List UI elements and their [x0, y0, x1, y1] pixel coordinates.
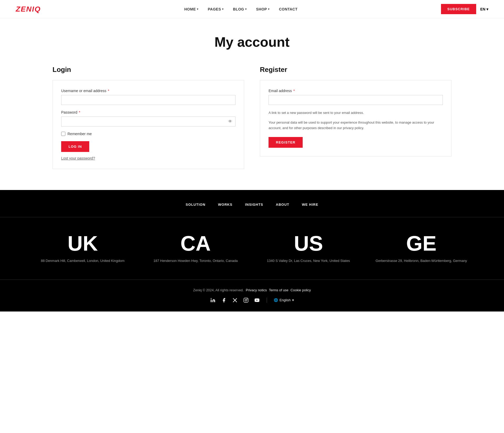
register-button[interactable]: REGISTER — [269, 137, 303, 148]
username-input[interactable] — [61, 95, 235, 105]
chevron-down-icon: ▾ — [245, 8, 247, 10]
nav-home[interactable]: HOME ▾ — [184, 7, 198, 11]
main-nav: HOME ▾ PAGES ▾ BLOG ▾ SHOP ▾ CONTACT — [184, 7, 298, 11]
register-info-text: A link to set a new password will be sen… — [269, 110, 443, 116]
site-footer: SOLUTION WORKS INSIGHTS ABOUT WE HIRE UK… — [0, 190, 504, 311]
location-ca: CA 187 Henderson Howden Hwy, Toronto, On… — [139, 233, 252, 264]
show-password-icon[interactable]: 👁 — [228, 119, 232, 124]
lost-password-link[interactable]: Lost your password? — [61, 156, 235, 160]
chevron-down-icon: ▾ — [268, 8, 270, 10]
linkedin-icon[interactable] — [210, 297, 216, 303]
nav-shop[interactable]: SHOP ▾ — [256, 7, 269, 11]
register-form-card: Email address * A link to set a new pass… — [260, 80, 452, 156]
account-grid: Login Username or email address * Passwo… — [52, 66, 452, 169]
nav-contact[interactable]: CONTACT — [279, 7, 298, 11]
footer-lang-label: English — [280, 298, 291, 302]
header-actions: SUBSCRIBE EN ▾ — [441, 4, 488, 14]
twitter-icon[interactable] — [232, 297, 238, 303]
footer-nav: SOLUTION WORKS INSIGHTS ABOUT WE HIRE — [0, 190, 504, 217]
site-header: ZENIQ HOME ▾ PAGES ▾ BLOG ▾ SHOP ▾ CONTA… — [0, 0, 504, 18]
svg-point-4 — [247, 299, 247, 299]
footer-social: 🌐 English ▾ — [16, 297, 488, 303]
location-us: US 1340 S Valley Dr, Las Cruces, New Yor… — [252, 233, 365, 264]
footer-locations: UK 88 Denmark Hill, Camberwell, London, … — [0, 217, 504, 280]
privacy-notice-link[interactable]: Privacy notics — [246, 288, 267, 292]
social-divider — [267, 298, 267, 303]
nav-pages[interactable]: PAGES ▾ — [208, 7, 224, 11]
register-title: Register — [260, 66, 452, 74]
location-address-uk: 88 Denmark Hill, Camberwell, London, Uni… — [26, 258, 139, 264]
location-ge: GE Gerberstrasse 29, Heilbronn, Baden-Wü… — [365, 233, 478, 264]
footer-nav-works[interactable]: WORKS — [218, 203, 233, 207]
footer-nav-we-hire[interactable]: WE HIRE — [302, 203, 318, 207]
email-label: Email address * — [269, 89, 443, 93]
chevron-down-icon: ▾ — [486, 7, 488, 11]
footer-nav-solution[interactable]: SOLUTION — [186, 203, 205, 207]
language-selector[interactable]: EN ▾ — [480, 7, 488, 11]
username-label: Username or email address * — [61, 89, 235, 93]
login-title: Login — [52, 66, 244, 74]
location-uk: UK 88 Denmark Hill, Camberwell, London, … — [26, 233, 139, 264]
email-group: Email address * — [269, 89, 443, 105]
svg-point-1 — [211, 298, 211, 299]
site-logo[interactable]: ZENIQ — [16, 5, 41, 13]
password-label: Password * — [61, 110, 235, 114]
location-address-ca: 187 Henderson Howden Hwy, Toronto, Ontar… — [139, 258, 252, 264]
remember-me-checkbox[interactable] — [61, 132, 65, 136]
login-section: Login Username or email address * Passwo… — [52, 66, 244, 169]
required-star: * — [79, 110, 80, 114]
location-code-ge: GE — [365, 233, 478, 254]
subscribe-button[interactable]: SUBSCRIBE — [441, 4, 476, 14]
facebook-icon[interactable] — [221, 297, 227, 303]
instagram-icon[interactable] — [243, 297, 249, 303]
svg-rect-0 — [211, 299, 211, 302]
location-address-ge: Gerberstrasse 29, Heilbronn, Baden-Württ… — [365, 258, 478, 264]
terms-of-use-link[interactable]: Terms of use — [269, 288, 288, 292]
required-star: * — [108, 89, 109, 93]
globe-icon: 🌐 — [274, 298, 278, 302]
footer-legal: Zeniq © 2024, All rights reserved. Priva… — [16, 288, 488, 292]
location-code-uk: UK — [26, 233, 139, 254]
login-button[interactable]: LOG IN — [61, 141, 89, 152]
footer-bottom: Zeniq © 2024, All rights reserved. Priva… — [0, 280, 504, 311]
footer-nav-insights[interactable]: INSIGHTS — [245, 203, 263, 207]
svg-rect-2 — [244, 298, 248, 302]
email-input[interactable] — [269, 95, 443, 105]
youtube-icon[interactable] — [254, 297, 260, 303]
footer-nav-about[interactable]: ABOUT — [276, 203, 289, 207]
privacy-text: Your personal data will be used to suppo… — [269, 120, 443, 131]
main-content: My account Login Username or email addre… — [0, 18, 504, 190]
required-star: * — [293, 89, 295, 93]
cookie-policy-link[interactable]: Cookie policy — [291, 288, 311, 292]
location-code-ca: CA — [139, 233, 252, 254]
register-section: Register Email address * A link to set a… — [260, 66, 452, 169]
password-group: Password * 👁 — [61, 110, 235, 126]
page-title: My account — [52, 34, 452, 50]
login-form-card: Username or email address * Password * 👁 — [52, 80, 244, 169]
chevron-down-icon: ▾ — [222, 8, 224, 10]
svg-point-3 — [245, 299, 247, 301]
chevron-down-icon: ▾ — [197, 8, 198, 10]
location-address-us: 1340 S Valley Dr, Las Cruces, New York, … — [252, 258, 365, 264]
chevron-down-icon: ▾ — [292, 298, 294, 302]
username-group: Username or email address * — [61, 89, 235, 105]
location-code-us: US — [252, 233, 365, 254]
password-input[interactable] — [61, 117, 235, 126]
remember-me-label[interactable]: Remember me — [61, 132, 235, 136]
password-wrapper: 👁 — [61, 117, 235, 126]
copyright-text: Zeniq © 2024, All rights reserved. — [193, 288, 244, 292]
nav-blog[interactable]: BLOG ▾ — [233, 7, 246, 11]
footer-language-selector[interactable]: 🌐 English ▾ — [274, 298, 294, 302]
